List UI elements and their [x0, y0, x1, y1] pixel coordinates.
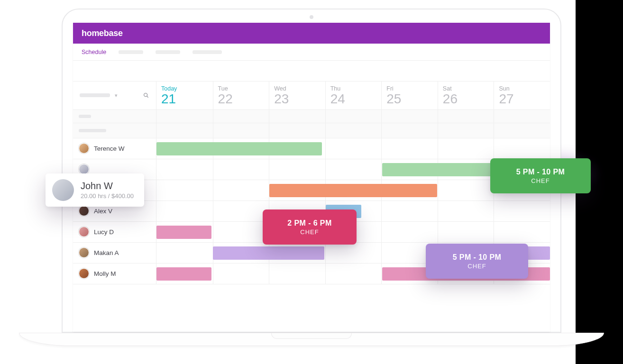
summary-row [73, 123, 550, 138]
shift-block[interactable] [156, 142, 322, 155]
toolbar [73, 61, 550, 82]
filter-placeholder [80, 93, 110, 97]
day-header[interactable]: Tue 22 [213, 82, 269, 110]
summary-row [73, 110, 550, 123]
nav-placeholder [119, 50, 143, 54]
placeholder [79, 115, 91, 118]
nav-schedule[interactable]: Schedule [82, 49, 106, 55]
calendar-header-row: ▾ Today 21 Tue 22 Wed 23 Thu 24 [73, 82, 550, 110]
shift-role: CHEF [467, 263, 486, 270]
shift-role: CHEF [300, 228, 319, 236]
avatar [79, 164, 89, 174]
laptop-camera-icon [310, 15, 313, 19]
shift-block[interactable] [156, 226, 211, 239]
employee-meta: 20.00 hrs / $400.00 [81, 192, 134, 200]
shift-card-green[interactable]: 5 PM - 10 PM CHEF [490, 158, 591, 193]
day-header[interactable]: Thu 24 [325, 82, 382, 110]
employee-name-cell[interactable]: Terence W [73, 138, 156, 159]
avatar [79, 227, 89, 237]
search-icon[interactable] [143, 92, 149, 99]
laptop-screen-frame: homebase Schedule ▾ Today 21 [62, 9, 561, 333]
employee-row [73, 159, 550, 180]
employee-name: John W [81, 181, 134, 191]
chevron-down-icon[interactable]: ▾ [115, 92, 118, 99]
day-header[interactable]: Sat 26 [438, 82, 494, 110]
avatar [52, 179, 74, 201]
avatar [79, 268, 89, 279]
shift-time: 2 PM - 6 PM [287, 219, 331, 228]
shift-time: 5 PM - 10 PM [516, 168, 565, 176]
svg-point-0 [144, 93, 147, 97]
day-header[interactable]: Fri 25 [381, 82, 438, 110]
shift-card-red[interactable]: 2 PM - 6 PM CHEF [263, 209, 357, 245]
employee-name-cell[interactable]: Makan A [73, 243, 156, 263]
shift-track[interactable] [156, 138, 550, 159]
svg-line-1 [147, 96, 148, 98]
employee-hover-card[interactable]: John W 20.00 hrs / $400.00 [46, 173, 144, 207]
nav-placeholder [156, 50, 180, 54]
avatar [79, 247, 89, 258]
employee-name-cell[interactable]: Molly M [73, 264, 156, 284]
sub-nav: Schedule [73, 44, 550, 61]
brand-logo: homebase [82, 28, 123, 38]
app-window: homebase Schedule ▾ Today 21 [73, 23, 550, 332]
app-header: homebase [73, 23, 550, 44]
laptop-base [19, 333, 604, 346]
day-header[interactable]: Wed 23 [269, 82, 325, 110]
avatar [79, 143, 89, 154]
placeholder [79, 129, 106, 132]
shift-block[interactable] [269, 184, 437, 197]
employee-row [73, 180, 550, 201]
shift-block[interactable] [156, 267, 211, 281]
employee-name-cell[interactable]: Lucy D [73, 222, 156, 242]
filter-cell[interactable]: ▾ [73, 82, 156, 110]
day-header-today[interactable]: Today 21 [156, 82, 213, 110]
shift-block[interactable] [213, 246, 325, 260]
shift-card-purple[interactable]: 5 PM - 10 PM CHEF [426, 244, 528, 279]
shift-time: 5 PM - 10 PM [453, 253, 502, 262]
employee-row: Terence W [73, 138, 550, 159]
avatar [79, 206, 89, 216]
laptop-notch [271, 333, 352, 339]
nav-placeholder [192, 50, 222, 54]
day-header[interactable]: Sun 27 [494, 82, 550, 110]
shift-role: CHEF [531, 177, 550, 184]
